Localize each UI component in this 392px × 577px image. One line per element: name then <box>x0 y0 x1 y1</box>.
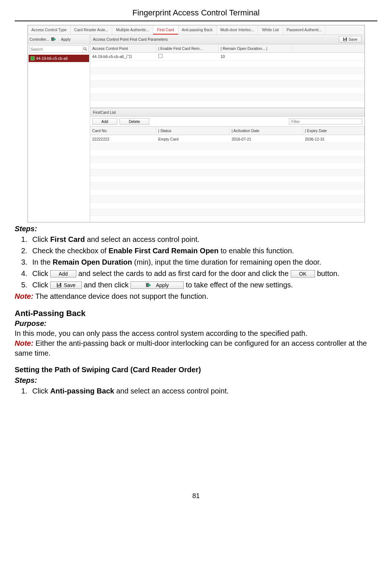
purpose-text: In this mode, you can only pass the acce… <box>15 329 377 338</box>
tab-card-reader-auth[interactable]: Card Reader Aute... <box>71 25 113 35</box>
step-2: Check the checkbox of Enable First Card … <box>29 246 377 256</box>
params-grid-header: Access Control Point | Enable First Card… <box>90 44 364 53</box>
firstcard-list-toolbar: Add Delete <box>90 117 364 127</box>
tab-multiple-auth[interactable]: Multiple Authentic... <box>112 25 153 35</box>
col-card-no: Card No. <box>90 127 156 135</box>
params-panel-title: Access Control Point First Card Paramete… <box>93 37 168 42</box>
svg-rect-9 <box>58 286 61 287</box>
controller-tree-item[interactable]: 44-19-b6-c5-cb-a6 <box>29 55 89 62</box>
steps-list-1: Click First Card and select an access co… <box>29 235 377 290</box>
col-status: | Status <box>156 127 230 135</box>
cell-enable-checkbox[interactable] <box>156 53 219 60</box>
svg-rect-6 <box>344 40 346 41</box>
col-expiry-date: | Expiry Date <box>303 127 364 135</box>
col-enable-first-card: | Enable First Card Rem... <box>156 44 219 52</box>
save-button[interactable]: Save <box>339 36 362 43</box>
save-button-label: Save <box>349 37 358 42</box>
tab-white-list[interactable]: White List <box>258 25 283 35</box>
steps-heading: Steps: <box>15 224 377 234</box>
cell-point: 44-19-b6-c5-cb-a6_门1 <box>90 53 156 60</box>
delete-button[interactable]: Delete <box>120 118 149 125</box>
cell-activation: 2016-07-21 <box>230 136 303 142</box>
note-1: Note: The attendance device does not sup… <box>15 291 377 301</box>
tab-first-card[interactable]: First Card <box>153 25 178 35</box>
apply-icon <box>146 283 151 288</box>
app-screenshot: Access Control Type Card Reader Aute... … <box>28 25 365 222</box>
cell-status: Empty Card <box>156 136 230 142</box>
controller-sidebar: Controller... Apply 44-19-b6-c5-cb-a6 <box>28 35 90 222</box>
filter-input[interactable] <box>289 119 362 124</box>
inline-apply-button: Apply <box>131 282 184 289</box>
step-1: Click First Card and select an access co… <box>29 235 377 244</box>
inline-save-button: Save <box>50 282 82 289</box>
cell-card-no: 22222222 <box>90 136 156 142</box>
tab-password-auth[interactable]: Password Authenti... <box>283 25 326 35</box>
device-icon <box>30 56 35 61</box>
page-number: 81 <box>15 491 377 500</box>
step-4: Click Add and select the cards to add as… <box>29 269 377 279</box>
sub-heading-card-reader-order: Setting the Path of Swiping Card (Card R… <box>15 365 377 375</box>
tab-bar: Access Control Type Card Reader Aute... … <box>28 25 364 35</box>
svg-rect-8 <box>58 283 60 285</box>
tab-multi-door-interlock[interactable]: Multi-door Interloc... <box>217 25 259 35</box>
firstcard-list-header: Card No. | Status | Activation Date | Ex… <box>90 127 364 135</box>
save-icon <box>343 37 347 41</box>
col-access-control-point: Access Control Point <box>90 44 156 52</box>
search-input[interactable] <box>29 47 83 51</box>
apply-button-label[interactable]: Apply <box>61 37 70 42</box>
cell-duration[interactable]: 10 <box>219 53 292 60</box>
search-icon[interactable] <box>83 46 88 52</box>
firstcard-list-title: FirstCard List <box>90 108 364 117</box>
steps2-step-1: Click Anti-passing Back and select an ac… <box>29 386 377 396</box>
steps-heading-2: Steps: <box>15 375 377 385</box>
cell-expiry: 2036-12-31 <box>303 136 364 142</box>
col-activation-date: | Activation Date <box>230 127 303 135</box>
step-5: Click Save and then click Apply to take … <box>29 280 377 290</box>
section-anti-passing-back: Anti-Passing Back <box>15 308 377 319</box>
controller-label: Controller... <box>30 37 50 42</box>
page-title: Fingerprint Access Control Terminal <box>15 7 377 21</box>
svg-line-2 <box>86 49 87 50</box>
svg-rect-5 <box>344 37 346 39</box>
add-button[interactable]: Add <box>92 118 118 125</box>
tab-access-control-type[interactable]: Access Control Type <box>28 25 71 35</box>
svg-rect-3 <box>31 57 34 60</box>
step-3: In the Remain Open Duration (min), input… <box>29 257 377 267</box>
controller-tree-item-label: 44-19-b6-c5-cb-a6 <box>36 56 68 61</box>
purpose-heading: Purpose: <box>15 319 377 329</box>
col-remain-open-duration: | Remain Open Duration... | <box>219 44 292 52</box>
inline-ok-button: OK <box>291 270 315 277</box>
tab-anti-passing-back[interactable]: Anti-passing Back <box>178 25 217 35</box>
save-icon <box>56 283 62 288</box>
svg-point-1 <box>84 47 86 50</box>
apply-icon[interactable] <box>51 37 56 42</box>
params-grid-row[interactable]: 44-19-b6-c5-cb-a6_门1 10 <box>90 53 364 61</box>
inline-add-button: Add <box>50 270 76 277</box>
search-input-container[interactable] <box>29 46 89 53</box>
note-2: Note: Either the anti-passing back or mu… <box>15 338 377 358</box>
firstcard-list-row[interactable]: 22222222 Empty Card 2016-07-21 2036-12-3… <box>90 135 364 143</box>
steps-list-2: Click Anti-passing Back and select an ac… <box>29 386 377 396</box>
